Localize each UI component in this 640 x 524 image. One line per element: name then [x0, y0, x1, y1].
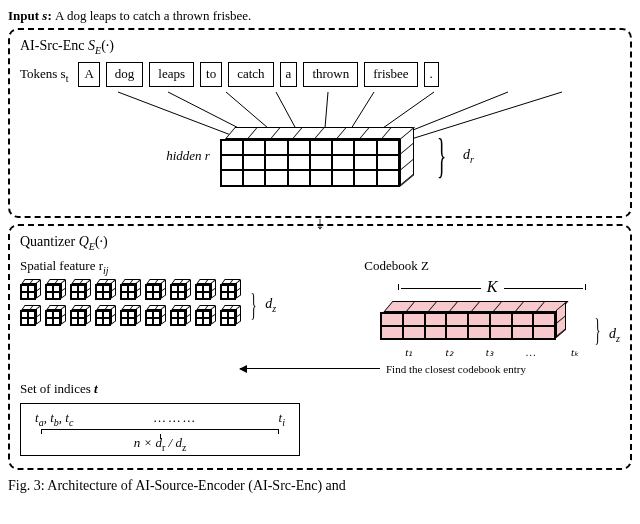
dz-label-codebook: dz — [609, 326, 620, 344]
figure: Input s: A dog leaps to catch a thrown f… — [8, 8, 632, 494]
token: A — [78, 62, 99, 87]
encoder-box: AI-Src-Enc SE(·) Tokens st Adogleapstoca… — [8, 28, 632, 218]
indices-box: ta, tb, tc ……… ti n × dr / dz — [20, 403, 300, 456]
indices-label: Set of indices t — [20, 381, 620, 397]
token: leaps — [149, 62, 194, 87]
codebook-label: Codebook Z — [364, 258, 620, 274]
figure-caption: Fig. 3: Architecture of AI-Source-Encode… — [8, 478, 632, 494]
codebook-column: Codebook Z K } dz — [364, 258, 620, 359]
hidden-label: hidden r — [166, 148, 210, 164]
quantizer-box: Quantizer QE(·) Spatial feature rij — [8, 224, 632, 470]
token: catch — [228, 62, 273, 87]
input-colon: : — [47, 8, 55, 23]
spatial-column: Spatial feature rij — [20, 258, 352, 332]
spatial-label: Spatial feature rij — [20, 258, 352, 276]
input-line: Input s: A dog leaps to catch a thrown f… — [8, 8, 632, 24]
input-prefix: Input — [8, 8, 42, 23]
dz-label: dz — [265, 296, 276, 314]
k-label: K — [398, 278, 586, 296]
indices-row: ta, tb, tc ……… ti — [35, 410, 285, 428]
quantizer-title: Quantizer QE(·) — [20, 234, 620, 252]
find-closest-arrow: Find the closest codebook entry — [240, 363, 620, 375]
brace-icon: } — [594, 316, 600, 344]
token: dog — [106, 62, 144, 87]
hidden-tensor — [220, 125, 420, 187]
codebook-t-labels: t₁ t₂ t₃ … tₖ — [403, 346, 581, 359]
token: . — [424, 62, 439, 87]
token: to — [200, 62, 222, 87]
brace-icon: } — [251, 291, 257, 319]
dr-label: dr — [463, 147, 474, 165]
codebook-tensor — [380, 298, 570, 344]
tokens-row: Tokens st Adogleapstocatchathrownfrisbee… — [20, 62, 620, 87]
quantizer-body: Spatial feature rij — [20, 258, 620, 359]
indices-count: n × dr / dz — [35, 429, 285, 453]
spatial-cubes: } dz — [20, 279, 352, 331]
find-closest-text: Find the closest codebook entry — [386, 363, 526, 375]
tokens-label: Tokens st — [20, 66, 68, 84]
input-sentence: A dog leaps to catch a thrown frisbee. — [55, 8, 251, 23]
token: thrown — [303, 62, 358, 87]
encoder-title: AI-Src-Enc SE(·) — [20, 38, 620, 56]
hidden-tensor-row: hidden r } dr — [20, 125, 620, 187]
token: frisbee — [364, 62, 417, 87]
brace-icon: } — [437, 132, 446, 180]
token: a — [280, 62, 298, 87]
